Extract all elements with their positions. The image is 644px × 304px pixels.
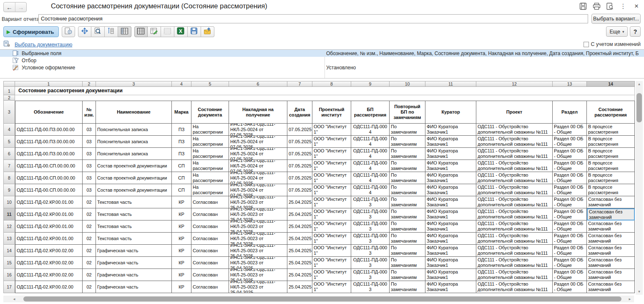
table-cell[interactable]: Раздел 00 ОБ - Общие — [553, 172, 587, 184]
table-cell[interactable]: В процессе рассмотрения — [587, 172, 635, 184]
table-cell[interactable]: ООО "Институт 1" — [312, 124, 351, 136]
table-cell[interactable]: Пояснительная записка — [96, 136, 172, 148]
column-header-2[interactable]: 2 — [83, 81, 96, 87]
table-cell[interactable]: На рассмотрении — [191, 124, 229, 136]
table-cell[interactable]: 02 — [83, 257, 96, 269]
table-cell[interactable]: 25.04.2025 — [287, 269, 312, 281]
preview-icon[interactable] — [605, 2, 615, 11]
table-cell[interactable]: Согласован без замечаний — [587, 208, 635, 220]
table-cell[interactable]: ФИО Куратора Заказчик1 — [425, 160, 476, 172]
table-cell[interactable]: 02 — [83, 208, 96, 220]
header-cell-11[interactable]: Куратор — [425, 101, 476, 124]
column-header-13[interactable]: 13 — [553, 81, 587, 87]
table-cell[interactable]: ООО "Институт 1" — [312, 257, 351, 269]
column-header-12[interactable]: 12 — [476, 81, 553, 87]
table-cell[interactable]: ФИО Куратора Заказчик1 — [425, 245, 476, 257]
table-cell[interactable]: Раздел 00 ОБ - Общие — [553, 245, 587, 257]
table-cell[interactable]: ИНС1-ЗАК1-ОДС111-НКЛ-25-0023 от 25.04.20… — [229, 245, 287, 257]
table-cell[interactable]: ОДС111-ПД-00.СП.00.00.00 — [15, 184, 83, 196]
table-cell[interactable]: Текстовая часть — [96, 220, 172, 233]
table-cell[interactable]: ОДС111-ПД-00.СП.00.00.00 — [15, 172, 83, 184]
table-cell[interactable]: 02 — [83, 281, 96, 293]
scroll-left-icon[interactable]: ◄ — [11, 296, 18, 302]
table-cell[interactable]: По замечаниям — [390, 281, 425, 293]
table-cell[interactable]: 07.05.2025 — [287, 148, 312, 160]
table-cell[interactable]: Раздел 00 ОБ - Общие — [553, 136, 587, 148]
table-cell[interactable]: На рассмотрении — [191, 136, 229, 148]
table-cell[interactable]: 02 — [83, 196, 96, 208]
print-icon[interactable] — [591, 2, 601, 11]
table-cell[interactable]: ФИО Куратора Заказчик1 — [425, 196, 476, 208]
table-cell[interactable]: Согласован — [191, 220, 229, 233]
table-cell[interactable]: Состав проектной документации — [96, 172, 172, 184]
table-cell[interactable]: Раздел 00 ОБ - Общие — [553, 160, 587, 172]
table-cell[interactable]: КР — [172, 220, 191, 233]
table-cell[interactable]: Согласован без замечаний — [587, 269, 635, 281]
close-icon[interactable]: × — [631, 2, 641, 11]
more-menu-icon[interactable]: ⋮ — [618, 2, 628, 11]
table-cell[interactable]: ФИО Куратора Заказчик1 — [425, 208, 476, 220]
column-header-3[interactable]: 3 — [96, 81, 172, 87]
row-header-1[interactable]: 1 — [3, 87, 15, 95]
table-cell[interactable]: Согласован — [191, 233, 229, 245]
settings-row-filter[interactable]: Отбор — [0, 57, 644, 64]
table-cell[interactable]: ООО "Институт 1" — [312, 184, 351, 196]
table-cell[interactable]: Раздел 00 ОБ - Общие — [553, 269, 587, 281]
table-cell[interactable]: ОДС111-ПД-0003 — [351, 196, 390, 208]
table-cell[interactable]: 03 — [83, 160, 96, 172]
table-cell[interactable]: ФИО Куратора Заказчик1 — [425, 257, 476, 269]
header-cell-7[interactable]: Дата создания — [287, 101, 312, 124]
table-cell[interactable]: На рассмотрении — [191, 172, 229, 184]
table-cell[interactable]: По замечаниям — [390, 184, 425, 196]
table-cell[interactable]: ОДС111-ПД-0004 — [351, 160, 390, 172]
column-header-5[interactable]: 5 — [191, 81, 229, 87]
table-cell[interactable]: По замечаниям — [390, 136, 425, 148]
table-cell[interactable]: По замечаниям — [390, 208, 425, 220]
excel-export-button[interactable]: X — [174, 26, 188, 37]
column-header-8[interactable]: 8 — [312, 81, 351, 87]
help-button[interactable]: ? — [630, 26, 641, 37]
settings-row-selected-fields[interactable]: Выбранные поля Обозначение, № изм., Наим… — [0, 50, 644, 57]
table-cell[interactable]: В процессе рассмотрения — [587, 124, 635, 136]
row-header-12[interactable]: 12 — [3, 220, 15, 233]
forward-button[interactable]: → — [15, 3, 26, 12]
table-cell[interactable]: Графическая часть — [96, 281, 172, 293]
table-cell[interactable]: 03 — [83, 172, 96, 184]
header-cell-14[interactable]: Состояние рассмотрения — [587, 101, 635, 124]
row-header-8[interactable]: 8 — [3, 172, 15, 184]
table-cell[interactable]: ОДС111-ПД-02.КР.00.01.00 — [15, 220, 83, 233]
table-cell[interactable]: ООО "Институт 1" — [312, 269, 351, 281]
table-cell[interactable]: ФИО Куратора Заказчик1 — [425, 220, 476, 233]
table-cell[interactable]: СП — [172, 184, 191, 196]
header-cell-8[interactable]: Проектный институт — [312, 101, 351, 124]
table-cell[interactable]: 03 — [83, 124, 96, 136]
back-button[interactable]: ← — [4, 3, 15, 12]
table-cell[interactable]: ФИО Куратора Заказчик1 — [425, 184, 476, 196]
pan-button[interactable] — [78, 26, 91, 37]
table-cell[interactable]: ОДС111-ПД-0003 — [351, 269, 390, 281]
table-cell[interactable]: Согласован без замечаний — [587, 220, 635, 233]
table-cell[interactable]: Согласован — [191, 245, 229, 257]
table-cell[interactable]: ООО "Институт 1" — [312, 148, 351, 160]
table-cell[interactable]: Раздел 00 ОБ - Общие — [553, 196, 587, 208]
table-cell[interactable]: 25.04.2025 — [287, 245, 312, 257]
column-header-9[interactable]: 9 — [351, 81, 390, 87]
row-header-6[interactable]: 6 — [3, 148, 15, 160]
table-cell[interactable]: ИНС1-ЗАК1-ОДС111-НКЛ-25-0024 от 07.05.20… — [229, 124, 287, 136]
row-header-5[interactable]: 5 — [3, 136, 15, 148]
row-header-4[interactable]: 4 — [3, 124, 15, 136]
table-cell[interactable]: Согласован — [191, 281, 229, 293]
table-cell[interactable]: По замечаниям — [390, 245, 425, 257]
vertical-scrollbar[interactable]: ▲ ▼ — [636, 81, 643, 295]
table-cell[interactable]: ФИО Куратора Заказчик1 — [425, 269, 476, 281]
table-cell[interactable]: ОДС111 - Обустройство дополнительной скв… — [476, 233, 553, 245]
table-cell[interactable]: Раздел 00 ОБ - Общие — [553, 208, 587, 220]
table-cell[interactable]: ОДС111-ПД-0004 — [351, 148, 390, 160]
table-cell[interactable]: 25.04.2025 — [287, 196, 312, 208]
scroll-up-icon[interactable]: ▲ — [636, 81, 643, 87]
table-cell[interactable]: ООО "Институт 1" — [312, 160, 351, 172]
table-cell[interactable]: ОДС111-ПД-0004 — [351, 184, 390, 196]
row-header-2[interactable]: 2 — [3, 95, 15, 101]
table-cell[interactable]: ОДС111-ПД-02.КР.00.02.00 — [15, 281, 83, 293]
table-cell[interactable]: 25.04.2025 — [287, 281, 312, 293]
